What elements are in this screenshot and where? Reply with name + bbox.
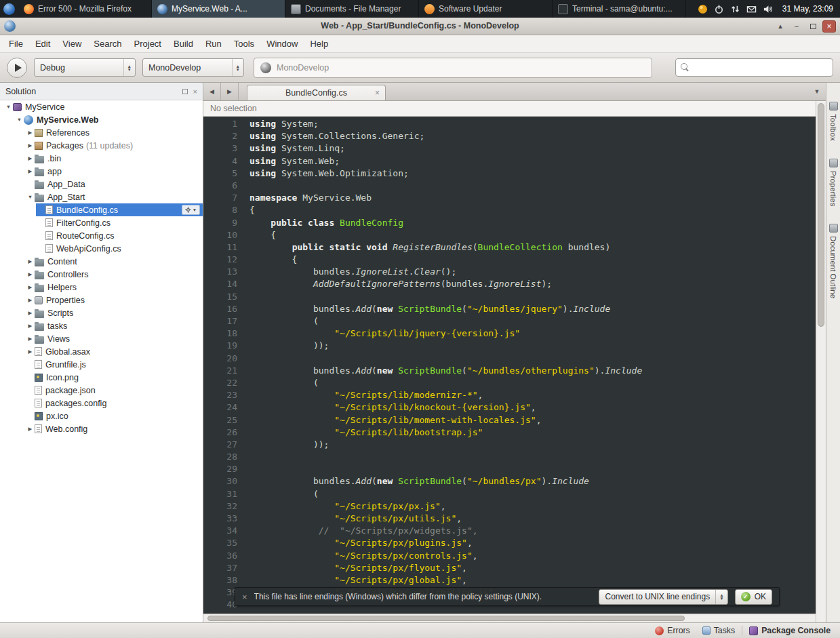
volume-icon[interactable]: [763, 4, 773, 14]
tree-item-bundleconfig-cs[interactable]: BundleConfig.cs▼: [0, 203, 203, 216]
tree-item-references[interactable]: ▶References: [0, 126, 203, 139]
maximize-button[interactable]: [806, 20, 820, 33]
collapse-icon[interactable]: ▼: [15, 117, 24, 123]
package-console-button[interactable]: Package Console: [744, 623, 836, 638]
expand-icon[interactable]: ▶: [26, 168, 35, 174]
menu-view[interactable]: View: [56, 35, 87, 53]
nav-forward-button[interactable]: ▶: [221, 83, 239, 100]
tree-item-helpers[interactable]: ▶Helpers: [0, 281, 203, 294]
menu-build[interactable]: Build: [167, 35, 199, 53]
breadcrumb[interactable]: No selection: [203, 101, 826, 117]
expand-icon[interactable]: ▶: [26, 348, 35, 355]
notification-close-icon[interactable]: ×: [242, 592, 247, 602]
collapse-icon[interactable]: ▼: [4, 104, 13, 110]
dock-tab-toolbox[interactable]: Toolbox: [829, 102, 838, 141]
close-button[interactable]: ×: [822, 20, 836, 33]
tab-list-dropdown[interactable]: ▼: [808, 83, 826, 100]
expand-icon[interactable]: ▶: [26, 310, 35, 316]
tree-item-routeconfig-cs[interactable]: RouteConfig.cs: [0, 229, 203, 242]
tree-item-properties[interactable]: ▶Properties: [0, 294, 203, 306]
tree-item-packages[interactable]: ▶Packages(11 updates): [0, 139, 203, 152]
tree-item-bin[interactable]: ▶.bin: [0, 152, 203, 165]
taskbar-button-monodevelop[interactable]: MyService.Web - A...: [152, 0, 285, 18]
tree-item-tasks[interactable]: ▶tasks: [0, 319, 203, 332]
collapse-icon[interactable]: ▼: [26, 194, 35, 200]
ok-button[interactable]: ✓ OK: [735, 589, 772, 605]
menu-file[interactable]: File: [3, 35, 29, 53]
tree-item-icon-png[interactable]: Icon.png: [0, 371, 203, 384]
file-options-button[interactable]: ▼: [182, 205, 200, 215]
network-icon[interactable]: [730, 4, 740, 14]
taskbar-button-updater[interactable]: Software Updater: [419, 0, 553, 18]
menu-window[interactable]: Window: [260, 35, 304, 53]
tree-item-webapiconfig-cs[interactable]: WebApiConfig.cs: [0, 242, 203, 255]
auto-hide-button[interactable]: [182, 89, 188, 94]
configuration-selector[interactable]: Debug ▲▼: [34, 58, 136, 77]
expand-icon[interactable]: ▶: [26, 142, 35, 148]
tree-item-web-config[interactable]: ▶Web.config: [0, 422, 203, 435]
tree-item-controllers[interactable]: ▶Controllers: [0, 268, 203, 281]
menu-tools[interactable]: Tools: [228, 35, 260, 53]
search-box[interactable]: [675, 58, 833, 77]
expand-icon[interactable]: ▶: [26, 323, 35, 329]
status-area[interactable]: MonoDevelop: [254, 58, 652, 78]
expand-icon[interactable]: ▶: [26, 426, 35, 432]
tree-item-filterconfig-cs[interactable]: FilterConfig.cs: [0, 216, 203, 229]
expand-icon[interactable]: ▶: [26, 129, 35, 136]
taskbar-button-terminal[interactable]: Terminal - sama@ubuntu:...: [553, 0, 686, 18]
menu-run[interactable]: Run: [199, 35, 228, 53]
menu-search[interactable]: Search: [87, 35, 127, 53]
expand-icon[interactable]: ▶: [26, 336, 35, 342]
convert-line-endings-selector[interactable]: Convert to UNIX line endings ▲▼: [599, 589, 727, 605]
tree-item-global-asax[interactable]: ▶Global.asax: [0, 345, 203, 358]
horizontal-scrollbar-thumb[interactable]: [207, 616, 685, 621]
tree-item-scripts[interactable]: ▶Scripts: [0, 306, 203, 319]
vertical-scrollbar-thumb[interactable]: [818, 103, 824, 327]
expand-icon[interactable]: ▶: [26, 271, 35, 277]
panel-launcher-button[interactable]: [0, 0, 18, 18]
dock-tab-properties[interactable]: Properties: [829, 159, 838, 206]
tree-item-app-data[interactable]: App_Data: [0, 178, 203, 191]
tree-item-app-start[interactable]: ▼App_Start: [0, 191, 203, 203]
taskbar-button-firefox[interactable]: Error 500 - Mozilla Firefox: [18, 0, 152, 18]
run-button[interactable]: [7, 58, 27, 78]
search-input[interactable]: [694, 63, 828, 73]
menu-edit[interactable]: Edit: [29, 35, 56, 53]
mail-icon[interactable]: [746, 4, 757, 14]
expand-icon[interactable]: ▶: [26, 284, 35, 290]
tree-item-myservice-web[interactable]: ▼MyService.Web: [0, 113, 203, 126]
shade-button[interactable]: ▴: [774, 20, 787, 33]
pad-close-button[interactable]: ×: [193, 87, 197, 96]
status-circle-icon[interactable]: [698, 4, 708, 14]
tree-item-gruntfile-js[interactable]: Gruntfile.js: [0, 358, 203, 371]
menu-project[interactable]: Project: [128, 35, 167, 53]
errors-button[interactable]: Errors: [649, 623, 695, 638]
nav-back-button[interactable]: ◀: [203, 83, 221, 100]
tree-item-px-ico[interactable]: px.ico: [0, 410, 203, 422]
line-number: 16: [203, 303, 243, 315]
power-icon[interactable]: [714, 4, 724, 14]
tab-bundleconfig-cs[interactable]: BundleConfig.cs ×: [247, 85, 386, 100]
tree-item-packages-config[interactable]: packages.config: [0, 397, 203, 410]
code-editor[interactable]: 1234567891011121314151617181920212223242…: [203, 117, 826, 622]
tree-item-content[interactable]: ▶Content: [0, 255, 203, 268]
taskbar-button-filemanager[interactable]: Documents - File Manager: [285, 0, 419, 18]
tree-item-package-json[interactable]: package.json: [0, 384, 203, 397]
expand-icon[interactable]: ▶: [26, 258, 35, 264]
tree-item-views[interactable]: ▶Views: [0, 332, 203, 345]
tab-close-icon[interactable]: ×: [375, 88, 380, 98]
tree-item-myservice[interactable]: ▼MyService: [0, 100, 203, 113]
dock-tab-document-outline[interactable]: Document Outline: [829, 224, 838, 298]
menu-help[interactable]: Help: [304, 35, 334, 53]
tree-item-app[interactable]: ▶app: [0, 165, 203, 178]
expand-icon[interactable]: ▶: [26, 297, 35, 303]
clock[interactable]: 31 May, 23:09: [776, 4, 840, 14]
minimize-button[interactable]: −: [790, 20, 803, 33]
runtime-selector[interactable]: MonoDevelop ▲▼: [142, 58, 244, 77]
tasks-button[interactable]: Tasks: [697, 623, 740, 638]
horizontal-scrollbar[interactable]: [203, 614, 816, 622]
window-titlebar[interactable]: Web - App_Start/BundleConfig.cs - MonoDe…: [0, 18, 840, 35]
vertical-scrollbar[interactable]: [816, 101, 826, 622]
solution-pad-title: Solution: [5, 87, 36, 96]
expand-icon[interactable]: ▶: [26, 155, 35, 161]
